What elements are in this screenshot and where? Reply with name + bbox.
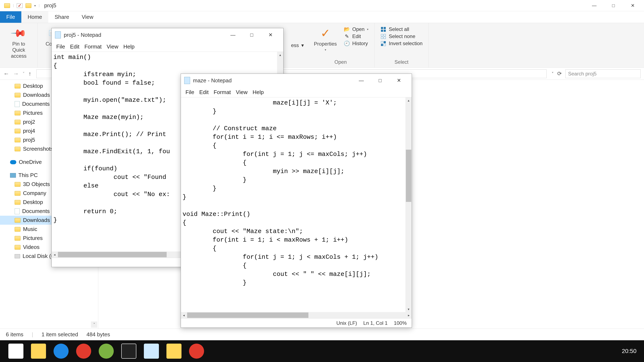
tree-item-label: proj4 — [23, 128, 35, 134]
invert-selection-button[interactable]: Invert selection — [380, 40, 422, 46]
notepad2-menu-view[interactable]: View — [234, 88, 250, 96]
taskbar[interactable]: 20:50 — [0, 340, 644, 362]
folder-icon — [15, 147, 20, 151]
taskbar-pins — [0, 344, 204, 359]
taskbar-clock[interactable]: 20:50 — [614, 348, 644, 355]
search-input[interactable]: Search proj5 — [566, 69, 641, 78]
notepad1-hscroll-thumb[interactable] — [58, 252, 167, 257]
pin-icon: 📌 — [10, 24, 28, 42]
notepad1-close-button[interactable]: ✕ — [261, 30, 280, 40]
properties-button[interactable]: ✓ Properties ▾ — [310, 24, 341, 53]
tree-scroll-down-button[interactable]: ˅ — [91, 322, 97, 328]
notepad2-status-zoom: 100% — [394, 320, 407, 326]
notepad1-minimize-button[interactable]: ― — [224, 30, 242, 40]
scroll-down-icon[interactable]: ▾ — [406, 306, 412, 312]
tree-item-label: Pictures — [23, 110, 43, 116]
forward-button[interactable]: → — [13, 70, 19, 77]
notepad2-hscroll-thumb[interactable] — [187, 313, 308, 318]
notepad-icon — [184, 77, 190, 84]
tree-item-label: Company — [23, 190, 46, 196]
back-button[interactable]: ← — [3, 70, 9, 77]
scroll-up-icon[interactable]: ▴ — [277, 52, 283, 58]
address-dropdown-icon[interactable]: ˅ — [552, 71, 554, 76]
taskbar-start-button[interactable] — [8, 344, 24, 359]
notepad2-titlebar[interactable]: maze - Notepad ― □ ✕ — [181, 74, 412, 87]
notepad2-menu-edit[interactable]: Edit — [197, 88, 211, 96]
qat-dropdown-icon[interactable]: ▾ — [34, 4, 36, 7]
taskbar-app1-button[interactable] — [76, 344, 91, 359]
recent-locations-button[interactable]: ˅ — [22, 71, 25, 76]
tree-item-label: Videos — [23, 244, 40, 250]
tab-share[interactable]: Share — [48, 11, 75, 23]
notepad1-titlebar[interactable]: proj5 - Notepad ― □ ✕ — [52, 28, 283, 41]
tab-view[interactable]: View — [76, 11, 100, 23]
notepad2-close-button[interactable]: ✕ — [390, 75, 408, 85]
notepad-window-maze: maze - Notepad ― □ ✕ FileEditFormatViewH… — [181, 73, 412, 328]
scroll-right-icon[interactable]: ▸ — [406, 312, 412, 318]
notepad2-menu-help[interactable]: Help — [250, 88, 266, 96]
edit-button[interactable]: ✎Edit — [344, 33, 369, 39]
notepad1-maximize-button[interactable]: □ — [242, 30, 261, 40]
select-none-button[interactable]: Select none — [380, 33, 422, 39]
taskbar-explorer-button[interactable] — [31, 344, 46, 359]
notepad-icon — [55, 31, 61, 38]
ribbon-group-clipboard: 📌 Pin to Quick access — [0, 23, 38, 67]
chevron-down-icon: ▾ — [325, 48, 326, 51]
group-label-open: Open — [334, 58, 347, 66]
scroll-left-icon[interactable]: ◂ — [181, 312, 187, 318]
notepad1-menubar: FileEditFormatViewHelp — [52, 41, 283, 52]
taskbar-edge-button[interactable] — [54, 344, 68, 359]
status-separator: | — [32, 331, 33, 338]
notepad1-menu-file[interactable]: File — [54, 43, 67, 51]
taskbar-app2-button[interactable] — [99, 344, 114, 359]
scroll-up-icon[interactable]: ▴ — [406, 97, 412, 103]
taskbar-app3-button[interactable] — [189, 344, 204, 359]
folder-icon — [15, 191, 20, 196]
chevron-down-icon: ▾ — [301, 42, 304, 48]
window-controls: ― □ ✕ — [584, 1, 642, 11]
tree-item-label: proj5 — [23, 137, 35, 143]
open-button[interactable]: 📂Open ▾ — [344, 26, 369, 32]
select-all-label: Select all — [389, 26, 409, 32]
notepad1-menu-format[interactable]: Format — [82, 43, 104, 51]
history-button[interactable]: 🕘History — [344, 40, 369, 46]
notepad1-menu-edit[interactable]: Edit — [68, 43, 82, 51]
select-all-button[interactable]: Select all — [380, 26, 422, 32]
maximize-button[interactable]: □ — [604, 1, 623, 11]
notepad1-menu-help[interactable]: Help — [121, 43, 136, 51]
notepad2-horizontal-scrollbar[interactable]: ◂ ▸ — [181, 312, 412, 318]
notepad2-vertical-scrollbar[interactable]: ▴ ▾ — [406, 97, 412, 312]
scroll-left-icon[interactable]: ◂ — [52, 251, 58, 258]
easy-access-label-fragment: ess — [291, 42, 299, 48]
notepad2-text-content: maze[i][j] = 'X'; } // Construct maze fo… — [182, 99, 406, 287]
search-placeholder: Search proj5 — [568, 71, 596, 77]
new-folder-qat-icon[interactable] — [26, 3, 31, 8]
refresh-button[interactable]: ⟳ — [555, 70, 564, 77]
up-button[interactable]: ↑ — [28, 70, 31, 77]
properties-qat-icon[interactable]: ✓ — [17, 3, 22, 8]
notepad1-menu-view[interactable]: View — [104, 43, 120, 51]
tree-item-label: Desktop — [23, 83, 43, 89]
pin-to-quick-access-button[interactable]: 📌 Pin to Quick access — [3, 24, 34, 61]
notepad2-text-area[interactable]: maze[i][j] = 'X'; } // Construct maze fo… — [181, 97, 412, 312]
notepad2-minimize-button[interactable]: ― — [352, 75, 371, 85]
pin-label: Pin to Quick access — [7, 41, 30, 59]
tree-item-label: 3D Objects — [23, 181, 50, 187]
notepad2-vscroll-thumb[interactable] — [406, 150, 411, 202]
taskbar-terminal-button[interactable] — [121, 344, 136, 359]
taskbar-notepad-button[interactable] — [144, 344, 159, 359]
notepad2-menu-file[interactable]: File — [183, 88, 196, 96]
notepad2-menu-format[interactable]: Format — [212, 88, 233, 96]
folder-icon — [15, 236, 20, 241]
quick-access-toolbar: | ✓ ▾ | — [2, 3, 42, 8]
folder-icon — [15, 93, 20, 97]
tab-file[interactable]: File — [0, 11, 21, 23]
tab-home[interactable]: Home — [21, 11, 48, 23]
select-none-icon — [380, 33, 386, 39]
notepad2-maximize-button[interactable]: □ — [371, 75, 390, 85]
ribbon-easy-access-fragment[interactable]: ess▾ — [288, 23, 307, 67]
close-button[interactable]: ✕ — [623, 1, 642, 11]
minimize-button[interactable]: ― — [584, 1, 604, 11]
ribbon-tabstrip: File Home Share View — [0, 11, 644, 23]
taskbar-folder2-button[interactable] — [166, 344, 182, 359]
